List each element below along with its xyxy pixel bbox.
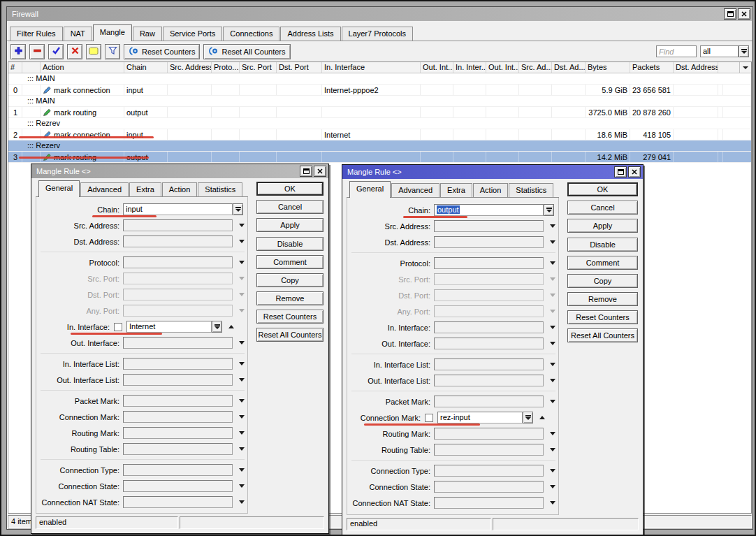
chevron-down-icon[interactable] — [239, 341, 245, 345]
chain-dropdown-button[interactable] — [544, 204, 554, 216]
out-interface-field[interactable] — [123, 337, 233, 349]
protocol-field[interactable] — [434, 257, 544, 269]
connection-nat-state-field[interactable] — [434, 497, 544, 509]
column-header-dst-port[interactable]: Dst. Port — [277, 62, 322, 73]
tab-general[interactable]: General — [349, 181, 391, 198]
filter-select-dropdown-button[interactable] — [739, 45, 749, 57]
chevron-down-icon[interactable] — [239, 431, 245, 435]
comment-button[interactable]: Comment — [567, 256, 638, 270]
src-port-field[interactable] — [434, 273, 544, 285]
apply-button[interactable]: Apply — [567, 219, 638, 233]
column-selector-button[interactable] — [739, 62, 751, 73]
filter-select[interactable]: all — [700, 45, 749, 57]
chevron-down-icon[interactable] — [550, 469, 555, 472]
in-interface-dropdown-button[interactable] — [212, 321, 222, 333]
mangle-rule-row[interactable]: 1mark routingoutput3725.0 MiB20 878 260 — [8, 107, 751, 118]
tab-advanced[interactable]: Advanced — [391, 183, 439, 197]
chevron-down-icon[interactable] — [550, 310, 555, 313]
in-interface-list-field[interactable] — [434, 358, 544, 370]
column-header-src-ad[interactable]: Src. Ad... — [519, 62, 552, 73]
copy-button[interactable]: Copy — [256, 273, 324, 287]
chevron-down-icon[interactable] — [239, 500, 245, 504]
tab-layer7-protocols[interactable]: Layer7 Protocols — [342, 27, 414, 41]
src-port-field[interactable] — [123, 273, 233, 284]
chevron-down-icon[interactable] — [239, 277, 245, 280]
column-header-dst-address[interactable]: Dst. Address — [674, 62, 718, 73]
chevron-down-icon[interactable] — [239, 261, 245, 264]
reset-counters-button[interactable]: Reset Counters — [567, 310, 638, 324]
dialog-titlebar[interactable]: Mangle Rule <> — [342, 165, 643, 179]
out-interface-list-field[interactable] — [434, 375, 544, 386]
routing-mark-field[interactable] — [123, 427, 233, 439]
filter-button[interactable] — [105, 44, 120, 59]
reset-all-counters-button[interactable]: Reset All Counters — [203, 44, 290, 59]
chevron-down-icon[interactable] — [239, 309, 245, 312]
chevron-down-icon[interactable] — [239, 362, 245, 365]
mangle-rule-row[interactable]: 3mark routingoutput14.2 MiB279 041 — [8, 152, 751, 163]
chevron-down-icon[interactable] — [239, 378, 245, 382]
ok-button[interactable]: OK — [567, 182, 638, 196]
column-header-in-interface[interactable]: In. Interface — [322, 62, 421, 73]
tab-address-lists[interactable]: Address Lists — [280, 27, 340, 41]
connection-state-field[interactable] — [434, 481, 544, 493]
ok-button[interactable]: OK — [256, 182, 324, 196]
packet-mark-field[interactable] — [434, 396, 544, 407]
column-header-action[interactable]: Action — [41, 62, 124, 73]
column-header-out-int[interactable]: Out. Int... — [486, 62, 519, 73]
tab-service-ports[interactable]: Service Ports — [163, 27, 222, 41]
column-header-chain[interactable]: Chain — [124, 62, 168, 73]
remove-button[interactable]: Remove — [256, 291, 324, 305]
mangle-rule-row[interactable]: 2mark connectioninputInternet18.6 MiB418… — [8, 129, 751, 140]
copy-button[interactable]: Copy — [567, 274, 638, 288]
mangle-rule-row[interactable]: 0mark connectioninputInternet-pppoe25.9 … — [8, 85, 751, 96]
tab-action[interactable]: Action — [473, 183, 509, 197]
dst-address-field[interactable] — [123, 236, 233, 247]
tab-mangle[interactable]: Mangle — [93, 24, 132, 41]
column-header-dst-ad[interactable]: Dst. Ad... — [552, 62, 586, 73]
connection-type-field[interactable] — [434, 465, 544, 477]
packet-mark-field[interactable] — [123, 395, 233, 407]
tab-action[interactable]: Action — [162, 182, 198, 196]
chevron-down-icon[interactable] — [550, 294, 555, 297]
tab-statistics[interactable]: Statistics — [509, 183, 553, 197]
tab-nat[interactable]: NAT — [64, 27, 92, 41]
comment-row[interactable]: ::: MAIN — [8, 73, 751, 85]
chevron-down-icon[interactable] — [239, 399, 245, 403]
cancel-button[interactable]: Cancel — [256, 200, 324, 214]
connection-mark-collapse-arrow-icon[interactable] — [539, 416, 545, 419]
comment-button[interactable]: Comment — [256, 255, 324, 269]
tab-advanced[interactable]: Advanced — [80, 182, 129, 196]
connection-mark-dropdown-button[interactable] — [523, 412, 533, 423]
close-icon[interactable] — [628, 166, 641, 178]
tab-filter-rules[interactable]: Filter Rules — [10, 27, 63, 41]
connection-mark-checkbox[interactable] — [425, 414, 433, 422]
protocol-field[interactable] — [123, 256, 233, 268]
chevron-down-icon[interactable] — [239, 447, 245, 451]
in-interface-field[interactable] — [434, 321, 544, 333]
dialog-titlebar[interactable]: Mangle Rule <> — [31, 164, 328, 178]
column-header-bytes[interactable]: Bytes — [586, 62, 630, 73]
tab-extra[interactable]: Extra — [129, 182, 161, 196]
disable-button[interactable] — [67, 44, 82, 59]
out-interface-list-field[interactable] — [123, 374, 233, 386]
routing-table-field[interactable] — [123, 443, 233, 455]
add-button[interactable] — [10, 44, 26, 59]
reset-counters-button[interactable]: Reset Counters — [256, 310, 324, 324]
in-interface-collapse-arrow-icon[interactable] — [228, 325, 234, 328]
connection-nat-state-field[interactable] — [123, 496, 233, 508]
in-interface-checkbox[interactable] — [114, 323, 122, 331]
dst-address-field[interactable] — [434, 236, 544, 248]
chevron-down-icon[interactable] — [550, 485, 555, 488]
column-header-out-int[interactable]: Out. Int... — [421, 62, 453, 73]
reset-all-counters-button[interactable]: Reset All Counters — [256, 328, 324, 342]
chevron-down-icon[interactable] — [550, 379, 555, 382]
chevron-down-icon[interactable] — [239, 468, 245, 472]
routing-mark-field[interactable] — [434, 428, 544, 440]
tab-raw[interactable]: Raw — [133, 27, 162, 41]
firewall-titlebar[interactable]: Firewall — [7, 7, 753, 21]
src-address-field[interactable] — [123, 219, 233, 231]
chain-dropdown-button[interactable] — [233, 203, 243, 215]
tab-general[interactable]: General — [38, 180, 80, 197]
reset-counters-button[interactable]: Reset Counters — [124, 44, 200, 59]
chevron-down-icon[interactable] — [239, 240, 245, 243]
